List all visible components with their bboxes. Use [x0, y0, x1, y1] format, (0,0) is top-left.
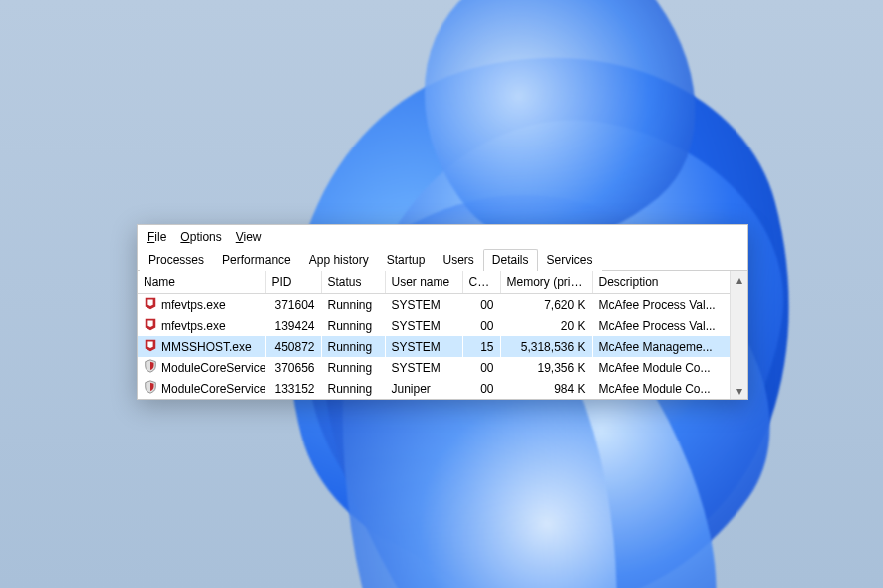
- process-status: Running: [321, 315, 385, 336]
- table-row[interactable]: mfevtps.exe371604RunningSYSTEM007,620 KM…: [138, 294, 731, 316]
- process-cpu: 00: [462, 357, 500, 378]
- process-user: SYSTEM: [385, 294, 462, 316]
- process-memory: 5,318,536 K: [500, 336, 592, 357]
- menu-view[interactable]: View: [230, 228, 268, 246]
- process-status: Running: [321, 294, 385, 316]
- process-memory: 984 K: [500, 378, 592, 399]
- process-cpu: 00: [462, 315, 500, 336]
- col-header-user[interactable]: User name: [385, 271, 462, 294]
- col-header-cpu[interactable]: CPU: [462, 271, 500, 294]
- process-description: McAfee Process Val...: [592, 294, 731, 316]
- process-description: McAfee Manageme...: [592, 336, 731, 357]
- menu-bar: File Options View: [138, 225, 747, 248]
- tab-performance[interactable]: Performance: [213, 249, 300, 271]
- col-header-name[interactable]: Name: [138, 271, 265, 294]
- process-description: McAfee Module Co...: [592, 378, 731, 399]
- process-description: McAfee Process Val...: [592, 315, 731, 336]
- table-row[interactable]: ModuleCoreService.exe133152RunningJunipe…: [138, 378, 731, 399]
- process-icon: [144, 338, 157, 355]
- details-table-wrap: Name PID Status User name CPU Memory (pr…: [138, 271, 747, 399]
- task-manager-window: File Options View ProcessesPerformanceAp…: [137, 224, 748, 400]
- process-status: Running: [321, 378, 385, 399]
- process-pid: 139424: [265, 315, 321, 336]
- scroll-up-button[interactable]: ▴: [731, 271, 747, 288]
- table-row[interactable]: mfevtps.exe139424RunningSYSTEM0020 KMcAf…: [138, 315, 731, 336]
- table-row[interactable]: MMSSHOST.exe450872RunningSYSTEM155,318,5…: [138, 336, 731, 357]
- tab-row: ProcessesPerformanceApp historyStartupUs…: [138, 248, 747, 271]
- details-table: Name PID Status User name CPU Memory (pr…: [138, 271, 731, 399]
- process-cpu: 00: [462, 378, 500, 399]
- scroll-down-button[interactable]: ▾: [731, 382, 747, 399]
- tab-details[interactable]: Details: [483, 249, 538, 271]
- process-status: Running: [321, 357, 385, 378]
- process-pid: 450872: [265, 336, 321, 357]
- process-name: ModuleCoreService.exe: [161, 361, 265, 375]
- process-user: Juniper: [385, 378, 462, 399]
- process-user: SYSTEM: [385, 315, 462, 336]
- col-header-status[interactable]: Status: [321, 271, 385, 294]
- process-memory: 7,620 K: [500, 294, 592, 316]
- process-icon: [144, 380, 157, 397]
- desktop-wallpaper: File Options View ProcessesPerformanceAp…: [0, 0, 883, 588]
- vertical-scrollbar[interactable]: ▴ ▾: [730, 271, 747, 399]
- process-description: McAfee Module Co...: [592, 357, 731, 378]
- process-pid: 371604: [265, 294, 321, 316]
- tab-services[interactable]: Services: [538, 249, 602, 271]
- process-user: SYSTEM: [385, 336, 462, 357]
- process-user: SYSTEM: [385, 357, 462, 378]
- process-icon: [144, 317, 157, 334]
- process-name: ModuleCoreService.exe: [161, 382, 265, 396]
- process-name: MMSSHOST.exe: [161, 340, 252, 354]
- process-pid: 133152: [265, 378, 321, 399]
- tab-app-history[interactable]: App history: [300, 249, 378, 271]
- process-status: Running: [321, 336, 385, 357]
- tab-processes[interactable]: Processes: [140, 249, 213, 271]
- process-icon: [144, 296, 157, 313]
- process-memory: 19,356 K: [500, 357, 592, 378]
- process-name: mfevtps.exe: [161, 298, 226, 312]
- table-row[interactable]: ModuleCoreService.exe370656RunningSYSTEM…: [138, 357, 731, 378]
- process-pid: 370656: [265, 357, 321, 378]
- process-cpu: 15: [462, 336, 500, 357]
- menu-options[interactable]: Options: [174, 228, 227, 246]
- col-header-mem[interactable]: Memory (privat...: [500, 271, 592, 294]
- process-cpu: 00: [462, 294, 500, 316]
- tab-users[interactable]: Users: [434, 249, 482, 271]
- process-memory: 20 K: [500, 315, 592, 336]
- process-name: mfevtps.exe: [161, 319, 226, 333]
- menu-file[interactable]: File: [142, 228, 172, 246]
- col-header-desc[interactable]: Description: [592, 271, 731, 294]
- table-header-row: Name PID Status User name CPU Memory (pr…: [138, 271, 731, 294]
- process-icon: [144, 359, 157, 376]
- tab-startup[interactable]: Startup: [378, 249, 435, 271]
- col-header-pid[interactable]: PID: [265, 271, 321, 294]
